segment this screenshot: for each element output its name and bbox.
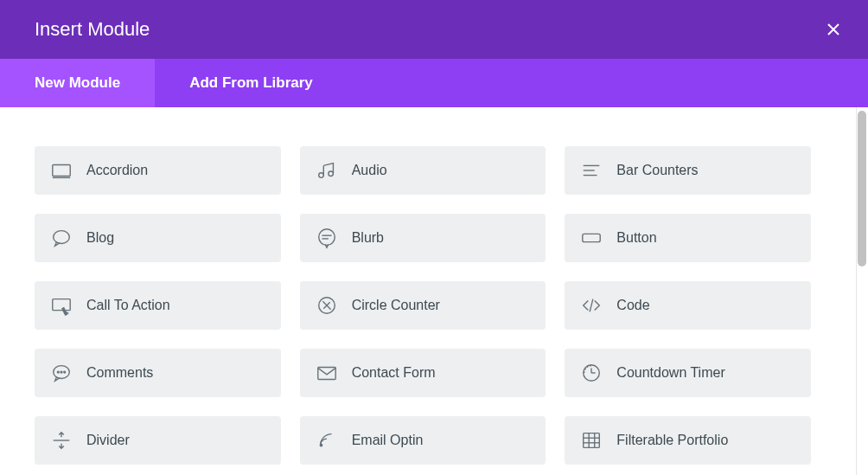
svg-rect-22 [317,368,335,380]
module-code[interactable]: Code [565,281,811,330]
blog-icon [50,227,73,249]
svg-rect-28 [584,433,600,448]
close-button[interactable] [825,21,842,38]
comments-icon [50,362,73,384]
circle-counter-icon [316,294,338,317]
svg-point-3 [329,171,334,177]
module-bar-counters[interactable]: Bar Counters [565,146,811,195]
module-email-optin[interactable]: Email Optin [300,416,546,465]
module-label: Circle Counter [352,298,440,313]
module-label: Email Optin [352,433,424,448]
svg-line-17 [590,299,593,312]
tab-label: New Module [35,74,120,92]
module-label: Audio [352,163,387,178]
module-label: Contact Form [352,365,436,381]
module-label: Call To Action [86,298,170,313]
divider-icon [50,429,73,452]
module-label: Button [616,230,656,246]
module-label: Filterable Portfolio [616,433,728,448]
modal-title: Insert Module [35,18,150,41]
countdown-timer-icon [580,362,603,384]
module-label: Bar Counters [616,163,698,178]
svg-rect-12 [583,234,600,241]
scrollbar-track[interactable] [856,107,868,475]
module-accordion[interactable]: Accordion [35,146,281,195]
tab-new-module[interactable]: New Module [0,59,155,107]
svg-rect-13 [53,299,70,311]
module-divider[interactable]: Divider [35,416,281,465]
module-comments[interactable]: Comments [35,349,281,397]
svg-point-27 [319,444,322,447]
svg-point-9 [318,229,335,246]
svg-point-2 [318,173,323,178]
module-label: Countdown Timer [616,365,724,381]
module-label: Divider [86,433,130,448]
tab-label: Add From Library [189,74,313,92]
module-label: Blurb [352,230,384,246]
audio-icon [316,159,338,182]
tabs-bar: New Module Add From Library [0,59,868,107]
close-icon [827,22,840,36]
modules-grid: Accordion Audio Bar Counters Blog Blurb [0,107,846,475]
module-filterable-portfolio[interactable]: Filterable Portfolio [565,416,811,465]
module-audio[interactable]: Audio [300,146,546,195]
module-contact-form[interactable]: Contact Form [300,349,546,397]
accordion-icon [50,159,73,182]
modal-header: Insert Module [0,0,868,59]
module-label: Code [616,298,649,313]
svg-point-20 [61,371,62,373]
scrollbar-thumb[interactable] [858,111,866,266]
svg-point-8 [54,231,70,244]
contact-form-icon [316,362,338,384]
call-to-action-icon [50,294,73,317]
module-circle-counter[interactable]: Circle Counter [300,281,546,330]
svg-point-19 [57,371,59,373]
button-icon [580,227,603,249]
email-optin-icon [316,429,338,452]
module-countdown-timer[interactable]: Countdown Timer [565,349,811,397]
module-blog[interactable]: Blog [35,214,281,262]
code-icon [580,294,603,317]
module-button[interactable]: Button [565,214,811,262]
svg-point-21 [64,371,66,373]
tab-add-from-library[interactable]: Add From Library [155,59,348,107]
filterable-portfolio-icon [580,429,603,452]
module-label: Comments [86,365,153,381]
content-area: Accordion Audio Bar Counters Blog Blurb [0,107,868,475]
module-label: Accordion [86,163,148,178]
bar-counters-icon [580,159,603,182]
module-label: Blog [86,230,114,246]
svg-rect-0 [53,165,70,177]
blurb-icon [316,227,338,249]
module-blurb[interactable]: Blurb [300,214,546,262]
module-call-to-action[interactable]: Call To Action [35,281,281,330]
